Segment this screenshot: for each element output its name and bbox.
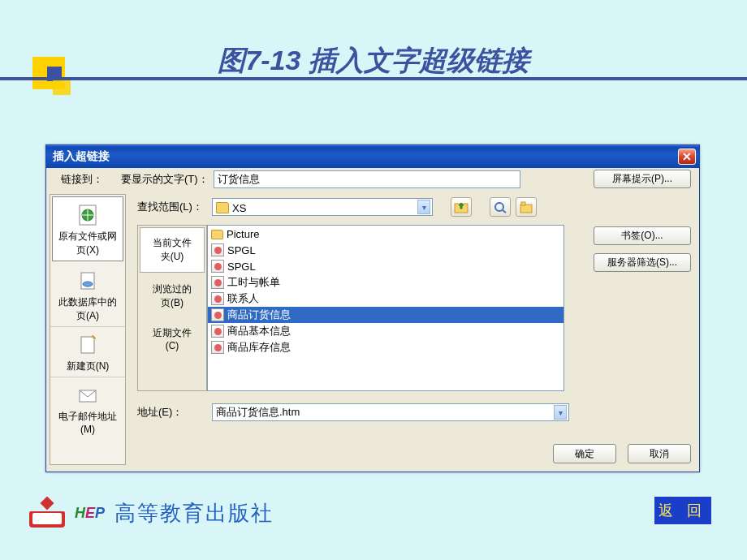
publisher-name: 高等教育出版社 [114,499,274,528]
link-to-db-page[interactable]: 此数据库中的 页(A) [50,263,125,327]
look-in-combo[interactable]: XS ▾ [212,198,433,216]
file-name: Picture [227,228,259,240]
server-filter-button[interactable]: 服务器筛选(S)... [594,253,691,272]
look-in-value: XS [232,202,246,214]
tab-browsed-pages[interactable]: 浏览过的 页(B) [138,274,206,318]
svg-rect-10 [521,202,525,205]
hep-logo-icon [29,498,65,528]
svg-point-7 [495,203,503,211]
file-name: SPGL [227,261,256,273]
list-item[interactable]: 商品订货信息 [208,307,563,323]
page-icon [211,260,224,273]
link-to-item-label: 新建页(N) [52,360,123,373]
link-to-label: 链接到： [61,172,116,187]
new-page-icon [75,332,101,358]
tab-current-folder[interactable]: 当前文件 夹(U) [140,227,205,273]
list-item[interactable]: 工时与帐单 [208,274,563,291]
right-button-column: 书签(O)... 服务器筛选(S)... [594,226,691,272]
list-item[interactable]: 商品基本信息 [208,323,563,339]
slide-title: 图7-13 插入文字超级链接 [0,42,747,80]
folder-icon [211,230,223,239]
link-to-existing-file[interactable]: 原有文件或网 页(X) [52,196,123,261]
chevron-down-icon: ▾ [554,405,567,420]
address-value: 商品订货信息.htm [216,405,300,420]
list-item[interactable]: SPGL [208,258,563,274]
page-icon [211,243,224,256]
look-in-label: 查找范围(L)： [137,200,207,214]
link-to-sidebar: 原有文件或网 页(X) 此数据库中的 页(A) 新建页(N) 电子邮件地址 (M… [50,194,126,465]
address-row: 地址(E)： 商品订货信息.htm ▾ [137,403,569,421]
cancel-button[interactable]: 取消 [628,444,691,463]
page-icon [211,341,224,354]
svg-point-3 [83,282,93,286]
file-name: 商品库存信息 [227,340,291,355]
file-web-icon [75,202,101,228]
display-text-label: 要显示的文字(T)： [121,172,209,187]
file-list[interactable]: Picture SPGL SPGL 工时与帐单 联系人 商品订货信息 商品基本信… [207,225,564,391]
file-name: 商品订货信息 [227,308,291,322]
screen-tip-button[interactable]: 屏幕提示(P)... [594,170,691,188]
page-icon [211,292,224,305]
folder-icon [216,202,229,213]
link-to-item-label: 此数据库中的 页(A) [52,295,123,323]
browse-web-button[interactable] [490,197,511,217]
browse-file-button[interactable] [516,197,537,217]
email-icon [75,382,101,408]
tab-recent-files[interactable]: 近期文件 (C) [138,318,206,360]
look-in-row: 查找范围(L)： XS ▾ [137,197,691,217]
file-name: SPGL [227,244,256,256]
link-to-email[interactable]: 电子邮件地址 (M) [50,377,125,438]
page-icon [211,276,224,289]
dialog-body: 链接到： 要显示的文字(T)： 屏幕提示(P)... 原有文件或网 页(X) 此… [46,168,699,472]
page-icon [211,325,224,338]
display-text-row: 链接到： 要显示的文字(T)： 屏幕提示(P)... [61,170,691,188]
ok-button[interactable]: 确定 [553,444,616,463]
list-item[interactable]: 商品库存信息 [208,339,563,355]
link-to-new-page[interactable]: 新建页(N) [50,327,125,377]
file-name: 联系人 [227,291,259,306]
slide-footer-logo: HEP 高等教育出版社 [29,498,274,528]
address-label: 地址(E)： [137,405,207,420]
link-to-item-label: 原有文件或网 页(X) [54,230,121,257]
dialog-footer: 确定 取消 [553,444,691,463]
page-icon [211,308,224,321]
link-to-item-label: 电子邮件地址 (M) [52,410,123,435]
up-folder-button[interactable] [451,197,472,217]
chevron-down-icon: ▾ [417,200,430,214]
svg-rect-4 [81,337,94,353]
list-item[interactable]: 联系人 [208,291,563,307]
dialog-title: 插入超链接 [53,149,110,164]
list-item[interactable]: SPGL [208,242,563,258]
db-page-icon [75,268,101,294]
insert-hyperlink-dialog: 插入超链接 ✕ 链接到： 要显示的文字(T)： 屏幕提示(P)... 原有文件或… [45,144,700,472]
close-button[interactable]: ✕ [678,149,696,165]
file-name: 商品基本信息 [227,324,291,338]
svg-line-8 [503,210,506,213]
list-item[interactable]: Picture [208,226,563,242]
display-text-input[interactable] [214,170,520,188]
hep-text: HEP [75,505,105,522]
address-combo[interactable]: 商品订货信息.htm ▾ [212,403,569,421]
dialog-titlebar: 插入超链接 ✕ [46,145,699,168]
back-button[interactable]: 返 回 [654,497,711,524]
browse-tabs: 当前文件 夹(U) 浏览过的 页(B) 近期文件 (C) [137,225,207,391]
bookmark-button[interactable]: 书签(O)... [594,226,691,245]
file-name: 工时与帐单 [227,275,280,290]
